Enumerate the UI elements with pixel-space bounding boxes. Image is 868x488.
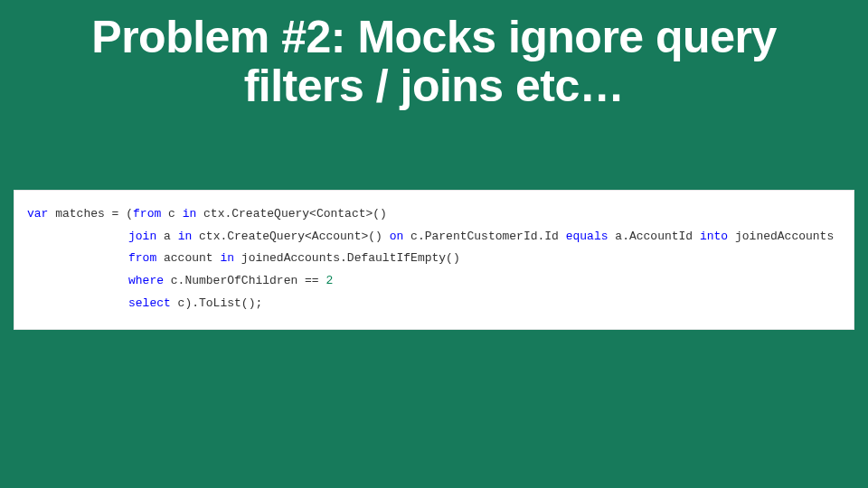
keyword-equals: equals bbox=[566, 230, 609, 243]
keyword-in: in bbox=[220, 251, 234, 265]
keyword-into: into bbox=[700, 230, 728, 243]
code-text: ctx.CreateQuery<Account>() bbox=[192, 230, 389, 243]
keyword-var: var bbox=[27, 207, 48, 221]
code-line-5: select c).ToList(); bbox=[27, 293, 841, 315]
code-text: c bbox=[161, 207, 182, 221]
slide-title: Problem #2: Mocks ignore query filters /… bbox=[0, 0, 868, 110]
keyword-from: from bbox=[128, 251, 156, 265]
code-line-2: join a in ctx.CreateQuery<Account>() on … bbox=[27, 226, 841, 249]
code-text: c.ParentCustomerId.Id bbox=[403, 230, 565, 243]
code-line-3: from account in joinedAccounts.DefaultIf… bbox=[27, 248, 841, 270]
code-line-4: where c.NumberOfChildren == 2 bbox=[27, 270, 841, 293]
code-line-1: var matches = (from c in ctx.CreateQuery… bbox=[27, 203, 841, 226]
code-text: joinedAccounts bbox=[728, 230, 834, 243]
keyword-in: in bbox=[178, 230, 193, 243]
keyword-where: where bbox=[128, 274, 164, 287]
keyword-from: from bbox=[133, 207, 161, 221]
keyword-select: select bbox=[128, 296, 171, 310]
code-text: a.AccountId bbox=[609, 230, 700, 243]
code-text: ctx.CreateQuery<Contact>() bbox=[196, 207, 387, 221]
code-text: account bbox=[156, 251, 220, 265]
code-text: a bbox=[156, 230, 177, 243]
keyword-in: in bbox=[183, 207, 197, 221]
keyword-join: join bbox=[128, 230, 156, 243]
keyword-on: on bbox=[390, 230, 404, 243]
code-number: 2 bbox=[326, 274, 333, 287]
code-text: joinedAccounts.DefaultIfEmpty() bbox=[234, 251, 460, 265]
code-block: var matches = (from c in ctx.CreateQuery… bbox=[14, 190, 854, 330]
code-text: c).ToList(); bbox=[171, 296, 262, 310]
slide: Problem #2: Mocks ignore query filters /… bbox=[0, 0, 868, 488]
code-text: matches = ( bbox=[48, 207, 133, 221]
code-text: c.NumberOfChildren == bbox=[164, 274, 326, 287]
